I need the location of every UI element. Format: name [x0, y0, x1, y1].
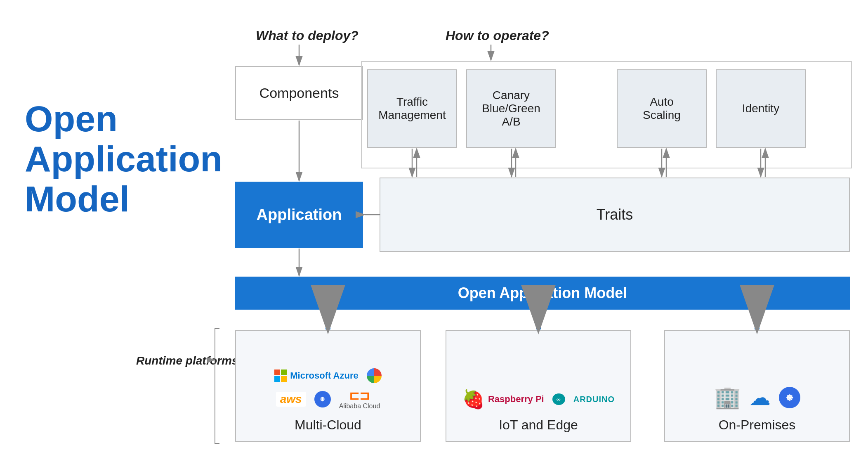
bar-oam: Open Application Model [235, 277, 850, 310]
box-identity: Identity [716, 69, 806, 148]
arduino-icon: ∞ [552, 393, 565, 405]
multicloud-label: Multi-Cloud [295, 417, 361, 433]
box-traits: Traits [380, 178, 850, 252]
box-auto-scaling: Auto Scaling [617, 69, 707, 148]
google-cloud-icon [367, 368, 382, 383]
box-canary: Canary Blue/Green A/B [466, 69, 556, 148]
box-components: Components [235, 66, 363, 120]
page-title: Open Application Model [25, 99, 198, 219]
iot-label: IoT and Edge [499, 417, 578, 433]
label-how-to-operate: How to operate? [446, 28, 549, 43]
raspberry-pi-icon: 🍓 Raspberry Pi [462, 388, 544, 410]
box-onpremises: 🏢 ☁ ⎈ On-Premises [664, 330, 850, 442]
building-icon: 🏢 [714, 385, 741, 410]
alibaba-cloud-icon: ⊏⊐ Alibaba Cloud [339, 388, 380, 410]
onpremises-label: On-Premises [719, 417, 796, 433]
box-multicloud: Microsoft Azure aws ⎈ ⊏⊐ Alibaba Cloud M… [235, 330, 421, 442]
cloud-icon: ☁ [749, 385, 771, 410]
runtime-bracket [215, 328, 219, 444]
box-traffic-management: Traffic Management [367, 69, 457, 148]
kubernetes-icon: ⎈ [314, 391, 331, 407]
box-application: Application [235, 182, 363, 248]
label-runtime-platforms: Runtime platforms [136, 354, 238, 367]
box-iot: 🍓 Raspberry Pi ∞ ARDUINO IoT and Edge [446, 330, 631, 442]
label-what-to-deploy: What to deploy? [256, 28, 359, 43]
k8s-helm-icon: ⎈ [779, 387, 800, 408]
aws-icon: aws [276, 392, 306, 407]
diagram-container: Open Application Model What to deploy? H… [0, 0, 868, 469]
ms-logo-icon [274, 370, 287, 382]
microsoft-azure-icon: Microsoft Azure [274, 370, 358, 382]
